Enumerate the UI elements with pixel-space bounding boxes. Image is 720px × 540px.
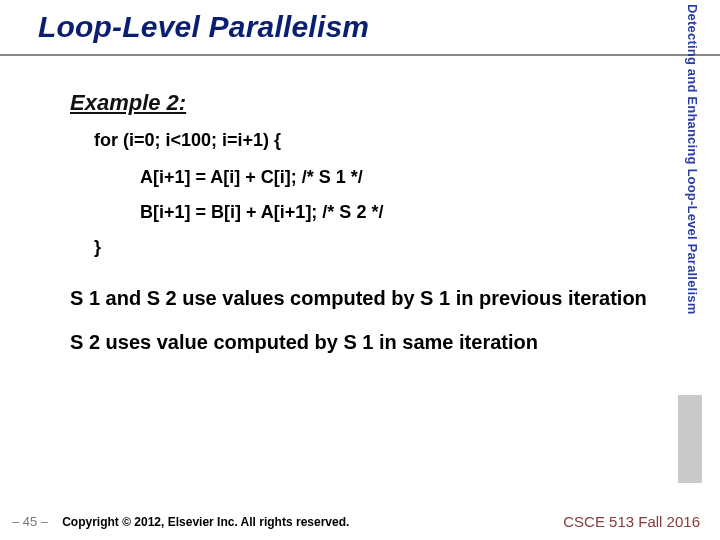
footer: – 45 – Copyright © 2012, Elsevier Inc. A… (0, 513, 720, 530)
course-label: CSCE 513 Fall 2016 (563, 513, 700, 530)
page-number: – 45 – (12, 514, 48, 529)
code-statement-1: A[i+1] = A[i] + C[i]; /* S 1 */ (140, 167, 670, 188)
code-for-line: for (i=0; i<100; i=i+1) { (94, 130, 670, 151)
paragraph-1: S 1 and S 2 use values computed by S 1 i… (70, 286, 670, 310)
code-statement-2: B[i+1] = B[i] + A[i+1]; /* S 2 */ (140, 202, 670, 223)
paragraph-2: S 2 uses value computed by S 1 in same i… (70, 330, 670, 354)
section-label-vertical: Detecting and Enhancing Loop-Level Paral… (680, 4, 700, 394)
example-heading: Example 2: (70, 90, 670, 116)
title-bar: Loop-Level Parallelism (0, 6, 720, 56)
copyright-text: Copyright © 2012, Elsevier Inc. All righ… (62, 515, 563, 529)
slide-body: Example 2: for (i=0; i<100; i=i+1) { A[i… (70, 90, 670, 374)
slide-title: Loop-Level Parallelism (38, 10, 720, 44)
slide: Loop-Level Parallelism Detecting and Enh… (0, 0, 720, 540)
sidebar-decoration-box (678, 395, 702, 483)
code-close-brace: } (94, 237, 670, 258)
